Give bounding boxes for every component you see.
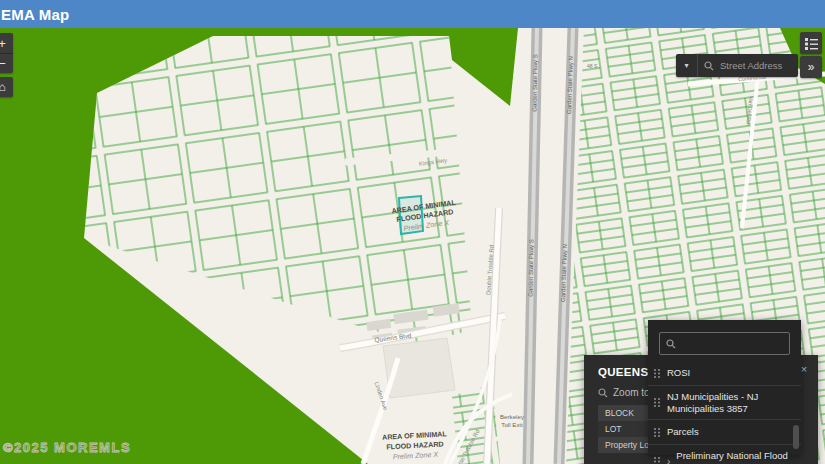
layer-search-box [659,332,790,355]
search-source-dropdown[interactable]: ▾ [676,54,698,77]
layer-label: NJ Municipalities - NJ Municipalities 38… [667,391,785,414]
layer-search-input[interactable] [680,338,789,350]
layer-label: Preliminary National Flood Hazard Layer [676,450,794,464]
svg-text:Berkeley: Berkeley [500,413,525,420]
layer-item-flood-hazard[interactable]: › Preliminary National Flood Hazard Laye… [648,445,801,464]
expand-layer-icon[interactable]: › [667,456,670,464]
layer-label: ROSI [667,367,690,379]
zoom-to-label: Zoom to [613,387,650,398]
layer-label: Parcels [667,426,699,438]
search-collapse-button[interactable]: » [800,56,822,78]
label-exit-48: 48 S [587,63,598,69]
app-header: EMA Map [0,0,825,28]
double-chevron-right-icon: » [808,60,815,74]
label-berkeley-toll-exit: Berkeley Toll Exit [500,413,525,428]
search-input[interactable] [718,59,798,72]
svg-text:Toll Exit: Toll Exit [501,421,523,428]
layer-list-panel: ROSI NJ Municipalities - NJ Municipaliti… [648,320,801,455]
layer-item-nj-municipalities[interactable]: NJ Municipalities - NJ Municipalities 38… [648,386,801,420]
zoom-out-button[interactable]: − [0,53,13,73]
page-title: EMA Map [1,6,69,23]
layer-list: ROSI NJ Municipalities - NJ Municipaliti… [648,361,801,464]
drag-handle-icon[interactable] [653,368,661,379]
layer-list-icon [804,36,819,50]
layer-item-parcels[interactable]: Parcels [648,420,801,445]
layer-list-button[interactable] [800,32,822,54]
fema-map-app: { "header": { "title": "EMA Map" }, "too… [0,0,825,464]
address-search: ▾ [676,54,798,77]
attribute-label: BLOCK [605,408,634,418]
layer-item-rosi[interactable]: ROSI [648,361,801,386]
zoom-controls: + − ⌂ [0,33,13,97]
drag-handle-icon[interactable] [653,397,661,408]
zoom-to-icon [598,388,608,398]
search-icon [704,61,714,71]
drag-handle-icon[interactable] [653,427,661,438]
drag-handle-icon[interactable] [653,456,661,464]
zoom-in-button[interactable]: + [0,33,13,53]
attribute-label: LOT [605,424,622,434]
road-label-gsp-s-top: Garden State Pkwy S [531,54,538,111]
layer-search-icon [666,339,676,349]
chevron-down-icon: ▾ [684,61,688,70]
road-label-gsp-s-mid: Garden State Pkwy S [527,239,534,296]
home-icon: ⌂ [0,80,6,94]
watermark: ©2025 MOREMLS [3,440,131,455]
home-button[interactable]: ⌂ [0,77,13,97]
scrollbar-thumb[interactable] [793,425,799,449]
